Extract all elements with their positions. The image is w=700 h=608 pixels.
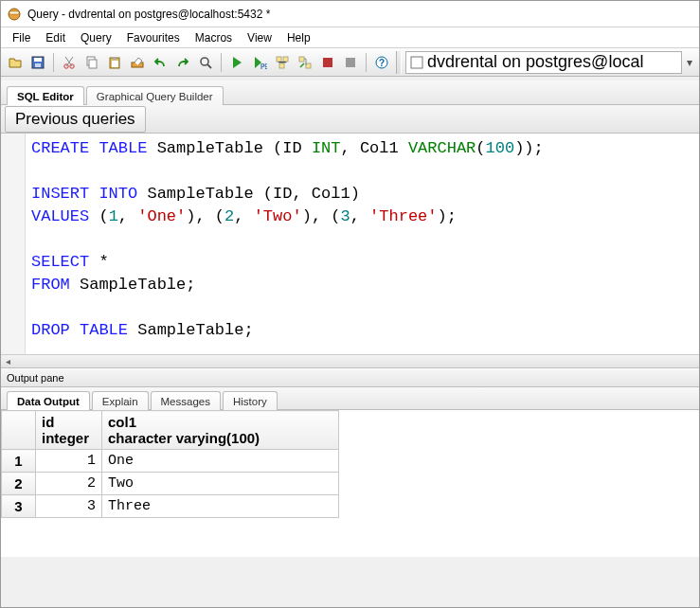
menu-file[interactable]: File <box>5 29 38 46</box>
tab-data-output[interactable]: Data Output <box>7 391 90 410</box>
svg-rect-11 <box>112 61 118 67</box>
column-header-col1[interactable]: col1 character varying(100) <box>102 411 339 450</box>
svg-rect-4 <box>35 63 41 67</box>
menu-query[interactable]: Query <box>73 29 119 46</box>
tab-explain[interactable]: Explain <box>92 391 149 410</box>
menu-edit[interactable]: Edit <box>38 29 73 46</box>
svg-rect-3 <box>34 58 42 62</box>
toolbar-splitter[interactable] <box>396 51 402 74</box>
toolbar-separator <box>221 53 222 72</box>
svg-text:pg: pg <box>260 62 267 69</box>
svg-rect-24 <box>411 57 422 68</box>
column-name: col1 <box>108 414 136 430</box>
editor-gutter <box>1 134 26 354</box>
open-icon[interactable] <box>5 52 26 73</box>
previous-queries-bar: Previous queries <box>1 105 699 134</box>
menu-help[interactable]: Help <box>279 29 318 46</box>
sql-editor[interactable]: CREATE TABLE SampleTable (ID INT, Col1 V… <box>1 134 699 368</box>
grid-corner <box>2 411 36 450</box>
column-name: id <box>42 414 54 430</box>
cell-id[interactable]: 2 <box>36 473 102 495</box>
undo-icon[interactable] <box>150 52 171 73</box>
tab-graphical-builder[interactable]: Graphical Query Builder <box>86 86 224 105</box>
svg-point-13 <box>201 58 208 65</box>
menu-view[interactable]: View <box>240 29 279 46</box>
svg-rect-16 <box>283 57 288 62</box>
cell-col1[interactable]: Three <box>102 495 339 518</box>
svg-rect-20 <box>323 58 332 67</box>
main-toolbar: pg ? dvdrental on postgres@local ▾ <box>1 48 699 77</box>
paste-icon[interactable] <box>104 52 125 73</box>
execute-pgscript-icon[interactable]: pg <box>249 52 270 73</box>
clear-icon[interactable] <box>127 52 148 73</box>
db-icon <box>410 56 423 69</box>
table-row[interactable]: 1 1 One <box>2 450 339 473</box>
dropdown-icon[interactable]: ▾ <box>684 56 695 69</box>
tab-history[interactable]: History <box>223 391 278 410</box>
help-icon[interactable]: ? <box>371 52 392 73</box>
svg-rect-21 <box>346 58 355 67</box>
find-icon[interactable] <box>195 52 216 73</box>
svg-rect-19 <box>306 63 311 68</box>
title-bar: Query - dvdrental on postgres@localhost:… <box>1 1 699 27</box>
cancel-icon[interactable] <box>317 52 338 73</box>
table-row[interactable]: 3 3 Three <box>2 495 339 518</box>
connection-combo[interactable]: dvdrental on postgres@local <box>405 51 682 74</box>
cell-col1[interactable]: One <box>102 450 339 473</box>
app-icon <box>7 7 22 22</box>
result-grid[interactable]: id integer col1 character varying(100) 1… <box>1 410 699 557</box>
svg-rect-18 <box>299 57 304 62</box>
svg-rect-10 <box>113 57 117 60</box>
menu-bar: File Edit Query Favourites Macros View H… <box>1 27 699 48</box>
output-tabs: Data Output Explain Messages History <box>1 387 699 410</box>
scroll-left-icon[interactable]: ◂ <box>1 355 14 368</box>
explain-icon[interactable] <box>272 52 293 73</box>
stop-icon[interactable] <box>340 52 361 73</box>
column-header-id[interactable]: id integer <box>36 411 102 450</box>
row-number: 1 <box>2 450 36 473</box>
cell-id[interactable]: 1 <box>36 450 102 473</box>
toolbar-separator <box>53 53 54 72</box>
column-type: character varying(100) <box>108 430 260 446</box>
column-type: integer <box>42 430 89 446</box>
window-title: Query - dvdrental on postgres@localhost:… <box>27 8 270 21</box>
svg-text:?: ? <box>379 58 385 68</box>
svg-rect-15 <box>277 57 281 62</box>
table-row[interactable]: 2 2 Two <box>2 473 339 495</box>
copy-icon[interactable] <box>81 52 102 73</box>
toolbar-separator <box>366 53 367 72</box>
redo-icon[interactable] <box>172 52 193 73</box>
svg-rect-1 <box>9 11 19 14</box>
cell-col1[interactable]: Two <box>102 473 339 495</box>
editor-tabs: SQL Editor Graphical Query Builder <box>1 80 699 105</box>
row-number: 3 <box>2 495 36 518</box>
menu-favourites[interactable]: Favourites <box>119 29 188 46</box>
explain-analyze-icon[interactable] <box>295 52 315 73</box>
output-pane-label: Output pane <box>1 368 699 387</box>
execute-icon[interactable] <box>226 52 247 73</box>
previous-queries-button[interactable]: Previous queries <box>5 106 146 133</box>
sql-code[interactable]: CREATE TABLE SampleTable (ID INT, Col1 V… <box>31 137 699 342</box>
svg-rect-17 <box>279 63 284 68</box>
cut-icon[interactable] <box>59 52 80 73</box>
svg-rect-8 <box>89 60 97 68</box>
connection-label: dvdrental on postgres@local <box>427 52 643 72</box>
save-icon[interactable] <box>27 52 48 73</box>
row-number: 2 <box>2 473 36 495</box>
tab-sql-editor[interactable]: SQL Editor <box>7 86 84 105</box>
cell-id[interactable]: 3 <box>36 495 102 518</box>
tab-messages[interactable]: Messages <box>151 391 221 410</box>
horizontal-scrollbar[interactable]: ◂ <box>1 354 699 367</box>
menu-macros[interactable]: Macros <box>188 29 240 46</box>
